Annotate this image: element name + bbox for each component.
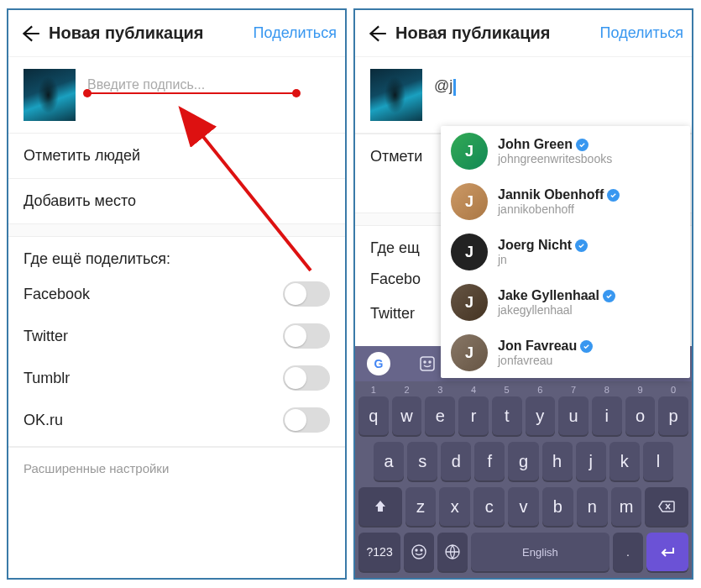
share-network-label: Facebo: [370, 270, 421, 288]
also-share-header: Где ещё поделиться:: [8, 237, 345, 273]
caption-text: @j: [434, 77, 453, 94]
post-thumbnail[interactable]: [370, 69, 422, 121]
key-n[interactable]: n: [577, 487, 608, 526]
key-enter[interactable]: [646, 533, 688, 571]
suggestion-handle: jannikobenhoff: [498, 202, 680, 216]
suggestion-item[interactable]: J Joerg Nicht jn: [441, 227, 690, 277]
key-u[interactable]: u: [558, 396, 589, 435]
back-icon[interactable]: [364, 20, 390, 47]
share-network-label: Tumblr: [24, 370, 70, 387]
avatar: J: [451, 334, 488, 371]
key-y[interactable]: y: [526, 396, 556, 435]
keyboard: G GIF ⋯ 1234567890 q w e r t y u i o p a…: [355, 346, 692, 578]
key-symbols[interactable]: ?123: [358, 533, 400, 571]
toggle-tumblr[interactable]: [283, 365, 330, 391]
key-emoji[interactable]: [404, 533, 434, 571]
key-s[interactable]: s: [407, 442, 437, 480]
caption-input[interactable]: @j: [434, 69, 677, 96]
key-e[interactable]: e: [425, 396, 455, 435]
topbar: Новая публикация Поделиться: [355, 10, 692, 57]
share-twitter-row: Twitter: [8, 315, 345, 357]
key-language[interactable]: [437, 533, 468, 571]
caption-input[interactable]: Введите подпись...: [87, 69, 330, 92]
add-location-row[interactable]: Добавить место: [8, 178, 345, 223]
page-title: Новая публикация: [395, 24, 600, 43]
suggestion-name: Joerg Nicht: [498, 238, 572, 253]
key-w[interactable]: w: [392, 396, 422, 435]
compose-area: @j: [355, 57, 692, 133]
avatar: J: [451, 183, 488, 220]
phone-right: Новая публикация Поделиться @j Отмети Гд…: [353, 8, 693, 580]
suggestion-name: John Green: [498, 137, 573, 152]
suggestion-handle: jn: [498, 253, 680, 266]
share-network-label: Facebook: [24, 286, 90, 303]
toggle-twitter[interactable]: [283, 323, 330, 349]
advanced-settings-row[interactable]: Расширенные настройки: [8, 446, 345, 489]
key-x[interactable]: x: [439, 487, 470, 526]
caption-placeholder: Введите подпись...: [87, 77, 205, 92]
key-i[interactable]: i: [592, 396, 622, 435]
key-c[interactable]: c: [473, 487, 505, 526]
share-network-label: Twitter: [24, 328, 68, 345]
key-g[interactable]: g: [508, 442, 538, 480]
key-backspace[interactable]: [645, 487, 688, 526]
key-period[interactable]: .: [613, 533, 643, 571]
share-okru-row: OK.ru: [8, 399, 345, 441]
key-z[interactable]: z: [405, 487, 437, 526]
key-r[interactable]: r: [458, 396, 489, 435]
key-j[interactable]: j: [576, 442, 606, 480]
page-title: Новая публикация: [49, 24, 254, 43]
post-thumbnail[interactable]: [24, 69, 76, 121]
key-f[interactable]: f: [474, 442, 505, 480]
keyboard-row-3: z x c v b n m: [355, 486, 692, 531]
suggestion-handle: johngreenwritesbooks: [498, 152, 680, 165]
key-a[interactable]: a: [374, 442, 404, 480]
verified-icon: [607, 189, 620, 202]
tag-people-row[interactable]: Отметить людей: [8, 133, 345, 178]
svg-point-11: [421, 549, 422, 551]
suggestion-item[interactable]: J Jake Gyllenhaal jakegyllenhaal: [441, 277, 690, 328]
avatar: J: [451, 234, 488, 270]
avatar: J: [451, 133, 488, 170]
key-q[interactable]: q: [358, 396, 389, 435]
toggle-facebook[interactable]: [283, 281, 330, 307]
share-tumblr-row: Tumblr: [8, 357, 345, 399]
key-v[interactable]: v: [508, 487, 539, 526]
share-facebook-row: Facebook: [8, 273, 345, 315]
suggestion-item[interactable]: J Jannik Obenhoff jannikobenhoff: [441, 176, 690, 227]
verified-icon: [603, 290, 615, 302]
svg-point-3: [424, 361, 426, 363]
svg-point-4: [429, 361, 431, 363]
verified-icon: [575, 239, 588, 252]
keyboard-number-hints: 1234567890: [355, 381, 692, 395]
key-t[interactable]: t: [492, 396, 522, 435]
key-k[interactable]: k: [609, 442, 640, 480]
key-m[interactable]: m: [611, 487, 642, 526]
verified-icon: [580, 340, 593, 353]
key-d[interactable]: d: [441, 442, 471, 480]
keyboard-row-bottom: ?123 English .: [355, 531, 692, 578]
key-p[interactable]: p: [658, 396, 688, 435]
svg-rect-2: [421, 357, 434, 370]
key-o[interactable]: o: [625, 396, 656, 435]
share-button[interactable]: Поделиться: [600, 24, 683, 42]
topbar: Новая публикация Поделиться: [8, 10, 345, 57]
google-icon[interactable]: G: [364, 349, 394, 379]
annotation-dot: [83, 89, 92, 97]
back-icon[interactable]: [17, 20, 44, 47]
keyboard-row-2: a s d f g h j k l: [355, 440, 692, 486]
key-space[interactable]: English: [471, 533, 609, 571]
key-b[interactable]: b: [542, 487, 573, 526]
suggestion-name: Jannik Obenhoff: [498, 187, 604, 202]
keyboard-row-1: q w e r t y u i o p: [355, 395, 692, 440]
suggestion-item[interactable]: J John Green johngreenwritesbooks: [441, 126, 690, 176]
suggestion-name: Jon Favreau: [498, 339, 577, 354]
key-h[interactable]: h: [542, 442, 573, 480]
share-network-label: Twitter: [370, 305, 415, 323]
key-l[interactable]: l: [643, 442, 673, 480]
sticker-icon[interactable]: [412, 349, 442, 379]
share-button[interactable]: Поделиться: [254, 24, 337, 42]
key-shift[interactable]: [358, 487, 402, 526]
suggestion-item[interactable]: J Jon Favreau jonfavreau: [441, 328, 690, 378]
toggle-okru[interactable]: [283, 407, 330, 433]
